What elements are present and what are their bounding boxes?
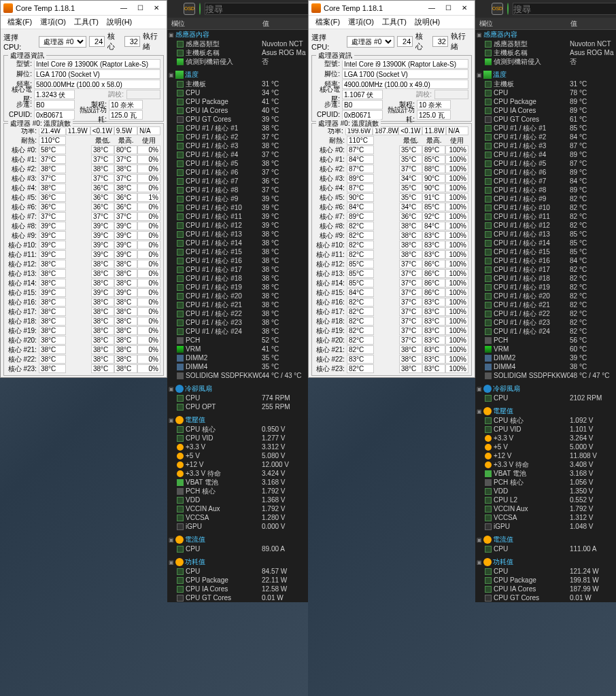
close-button[interactable]: ✕ [457, 2, 472, 14]
expand-icon[interactable]: ▣ [477, 72, 483, 78]
sensor-item[interactable]: CPU 111.00 A [475, 544, 616, 553]
sensor-item[interactable]: CPU 84.57 W [167, 567, 308, 576]
menu-item[interactable]: 選項(O) [36, 16, 70, 29]
sensor-item[interactable]: +12 V 12.000 V [167, 460, 308, 469]
sensor-item[interactable]: CPU L2 0.552 V [475, 495, 616, 504]
curr-section[interactable]: ▣ 電流值 [167, 535, 308, 544]
close-button[interactable]: ✕ [149, 2, 164, 14]
sensor-item[interactable]: CPU #1 / 核心 #17 38 °C [167, 265, 308, 274]
maximize-button[interactable]: ☐ [441, 2, 456, 14]
sensor-item[interactable]: CPU #1 / 核心 #21 82 °C [475, 300, 616, 309]
refresh-icon[interactable] [199, 3, 201, 15]
sensor-item[interactable]: CPU #1 / 核心 #16 38 °C [167, 256, 308, 265]
sensor-item[interactable]: CPU #1 / 核心 #18 82 °C [475, 274, 616, 283]
expand-icon[interactable]: ▣ [169, 32, 175, 38]
sensor-item[interactable]: VRM 41 °C [167, 345, 308, 353]
sensor-item[interactable]: CPU #1 / 核心 #11 39 °C [167, 212, 308, 221]
sensor-item[interactable]: +5 V 5.000 V [475, 442, 616, 451]
fan-section[interactable]: ▣ 冷卻風扇 [475, 384, 616, 394]
sensor-item[interactable]: CPU #1 / 核心 #1 85 °C [475, 124, 616, 133]
cpu-select[interactable]: 處理器 #0 [347, 36, 394, 48]
sensor-item[interactable]: CPU 34 °C [167, 88, 308, 97]
sensor-item[interactable]: CPU 78 °C [475, 88, 616, 97]
sensor-item[interactable]: CPU Package 22.11 W [167, 576, 308, 585]
sensor-item[interactable]: VCCSA 1.312 V [475, 513, 616, 522]
sensor-item[interactable]: CPU #1 / 核心 #5 38 °C [167, 159, 308, 168]
sensor-item[interactable]: DIMM2 39 °C [475, 353, 616, 362]
refresh-icon[interactable] [507, 3, 509, 15]
osd-button[interactable]: OSD [184, 3, 195, 15]
sensor-item[interactable]: CPU #1 / 核心 #23 82 °C [475, 318, 616, 327]
sensor-item[interactable]: 偵測到機箱侵入 否 [167, 57, 308, 66]
sensor-item[interactable]: 主機板 31 °C [475, 80, 616, 88]
sensor-item[interactable]: CPU #1 / 核心 #7 84 °C [475, 177, 616, 186]
sensor-item[interactable]: +3.3 V 待命 3.424 V [167, 469, 308, 478]
sensor-item[interactable]: PCH 52 °C [167, 336, 308, 345]
sensor-item[interactable]: VBAT 電池 3.168 V [167, 478, 308, 487]
sensor-item[interactable]: CPU #1 / 核心 #7 36 °C [167, 177, 308, 186]
sensor-item[interactable]: 偵測到機箱侵入 否 [475, 57, 616, 66]
sensor-item[interactable]: CPU #1 / 核心 #10 82 °C [475, 203, 616, 212]
fan-section[interactable]: ▣ 冷卻風扇 [167, 384, 308, 394]
volt-section[interactable]: ▣ 電壓值 [475, 406, 616, 416]
sensor-item[interactable]: CPU #1 / 核心 #24 82 °C [475, 327, 616, 336]
minimize-button[interactable]: — [424, 2, 439, 14]
sensor-item[interactable]: PCH 56 °C [475, 336, 616, 345]
sensor-item[interactable]: CPU #1 / 核心 #1 38 °C [167, 124, 308, 133]
sensor-item[interactable]: CPU 核心 1.092 V [475, 416, 616, 425]
expand-icon[interactable]: ▣ [477, 32, 483, 38]
sensor-item[interactable]: +5 V 5.080 V [167, 451, 308, 460]
expand-icon[interactable]: ▣ [477, 408, 483, 415]
sensor-item[interactable]: DIMM4 38 °C [475, 362, 616, 371]
sensor-item[interactable]: CPU #1 / 核心 #14 38 °C [167, 239, 308, 247]
sensor-item[interactable]: CPU #1 / 核心 #12 39 °C [167, 221, 308, 230]
sensor-item[interactable]: VCCIN Aux 1.792 V [475, 504, 616, 513]
sensor-item[interactable]: CPU GT Cores 0.01 W [475, 593, 616, 602]
menu-item[interactable]: 說明(H) [411, 16, 444, 29]
sensor-item[interactable]: CPU #1 / 核心 #20 38 °C [167, 292, 308, 300]
sensor-item[interactable]: CPU #1 / 核心 #2 37 °C [167, 133, 308, 141]
expand-icon[interactable]: ▣ [477, 386, 483, 392]
expand-icon[interactable]: ▣ [169, 417, 175, 423]
sensor-item[interactable]: CPU Package 199.81 W [475, 576, 616, 585]
sensor-item[interactable]: CPU #1 / 核心 #6 37 °C [167, 168, 308, 177]
sensor-item[interactable]: CPU Package 89 °C [475, 97, 616, 106]
search-input[interactable] [205, 3, 321, 15]
sensor-content[interactable]: ▣ 感應器內容 [475, 30, 616, 39]
temp-section[interactable]: ▣ 溫度 [167, 70, 308, 80]
sensor-item[interactable]: CPU #1 / 核心 #6 89 °C [475, 168, 616, 177]
sensor-item[interactable]: SOLIDIGM SSDPFKKW020X7 48 °C / 47 °C [475, 371, 616, 380]
menu-item[interactable]: 檔案(F) [3, 16, 36, 29]
sensor-item[interactable]: CPU #1 / 核心 #19 82 °C [475, 283, 616, 292]
titlebar[interactable]: Core Temp 1.18.1 — ☐ ✕ [309, 1, 475, 16]
sensor-item[interactable]: CPU #1 / 核心 #2 84 °C [475, 133, 616, 141]
sensor-item[interactable]: +12 V 11.808 V [475, 451, 616, 460]
expand-icon[interactable]: ▣ [169, 559, 175, 566]
sensor-item[interactable]: 感應器類型 Nuvoton NCT [167, 39, 308, 48]
menu-item[interactable]: 檔案(F) [311, 16, 344, 29]
sensor-item[interactable]: CPU #1 / 核心 #8 89 °C [475, 186, 616, 194]
col-field[interactable]: 欄位 [167, 19, 262, 29]
search-input[interactable] [513, 3, 616, 15]
sensor-content[interactable]: ▣ 感應器內容 [167, 30, 308, 39]
sensor-item[interactable]: +3.3 V 待命 3.408 V [475, 460, 616, 469]
col-value[interactable]: 值 [262, 19, 308, 29]
sensor-item[interactable]: CPU #1 / 核心 #19 38 °C [167, 283, 308, 292]
sensor-item[interactable]: CPU 121.24 W [475, 567, 616, 576]
sensor-item[interactable]: VDD 1.350 V [475, 487, 616, 495]
osd-button[interactable]: OSD [492, 3, 503, 15]
expand-icon[interactable]: ▣ [477, 537, 483, 543]
sensor-item[interactable]: +3.3 V 3.264 V [475, 434, 616, 442]
sensor-item[interactable]: +3.3 V 3.312 V [167, 442, 308, 451]
sensor-item[interactable]: CPU #1 / 核心 #22 38 °C [167, 309, 308, 318]
sensor-item[interactable]: CPU #1 / 核心 #8 37 °C [167, 186, 308, 194]
maximize-button[interactable]: ☐ [133, 2, 148, 14]
sensor-item[interactable]: CPU #1 / 核心 #9 82 °C [475, 194, 616, 203]
sensor-item[interactable]: CPU #1 / 核心 #22 82 °C [475, 309, 616, 318]
sensor-item[interactable]: CPU #1 / 核心 #11 82 °C [475, 212, 616, 221]
sensor-item[interactable]: VCCIN Aux 1.792 V [167, 504, 308, 513]
sensor-item[interactable]: 主機板名稱 Asus ROG Ma [475, 48, 616, 57]
sensor-item[interactable]: CPU VID 1.277 V [167, 434, 308, 442]
sensor-item[interactable]: CPU IA Cores 187.99 W [475, 585, 616, 593]
sensor-item[interactable]: CPU #1 / 核心 #18 38 °C [167, 274, 308, 283]
